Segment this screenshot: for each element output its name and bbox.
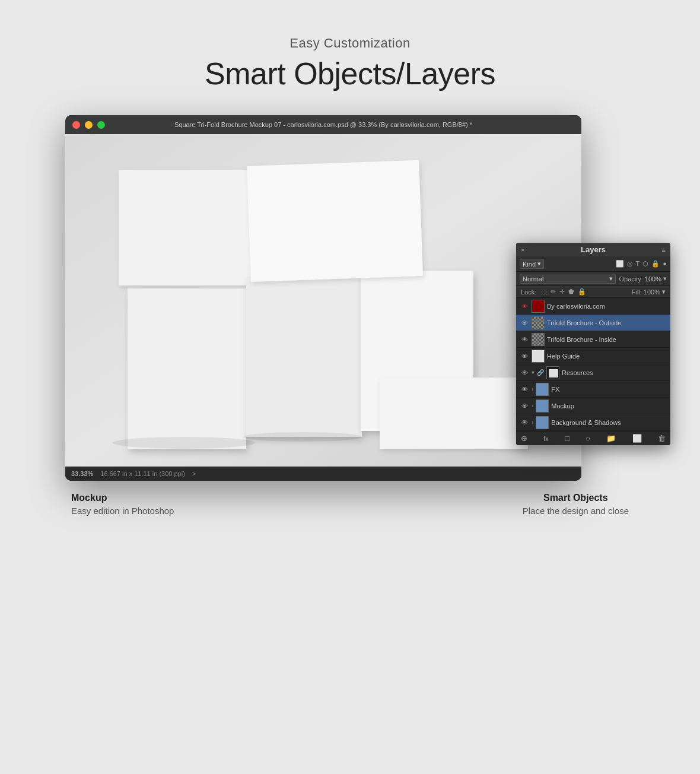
filter-kind-label: Kind: [523, 261, 536, 268]
caption-right-text: Place the design and close: [523, 506, 629, 516]
ps-statusbar: 33.33% 16.667 in x 11.11 in (300 ppi) >: [65, 467, 581, 481]
lock-artboard-icon[interactable]: ⬟: [568, 288, 574, 296]
svg-rect-3: [246, 277, 362, 437]
window-title: Square Tri-Fold Brochure Mockup 07 - car…: [174, 121, 472, 128]
status-arrow: >: [192, 470, 196, 477]
layer-item[interactable]: 👁 By carlosviloria.com: [516, 298, 670, 315]
layer-visibility-icon[interactable]: 👁: [520, 401, 529, 411]
fx-icon[interactable]: fx: [543, 435, 549, 442]
rect-icon[interactable]: □: [565, 434, 569, 443]
svg-rect-1: [119, 170, 255, 286]
layer-visibility-icon[interactable]: 👁: [520, 302, 529, 311]
captions-row: Mockup Easy edition in Photoshop Smart O…: [65, 493, 635, 516]
layer-visibility-icon[interactable]: 👁: [520, 351, 529, 361]
layer-name: FX: [551, 386, 667, 393]
caption-right-title: Smart Objects: [523, 493, 629, 503]
filter-adjust-icon[interactable]: ◎: [627, 260, 633, 268]
opacity-value: 100%: [645, 275, 661, 283]
blend-mode-select[interactable]: Normal ▾: [520, 274, 616, 284]
layer-item[interactable]: 👁 Trifold Brochure - Inside: [516, 331, 670, 348]
header-section: Easy Customization Smart Objects/Layers: [205, 36, 495, 91]
lock-label: Lock:: [521, 288, 536, 296]
caption-right: Smart Objects Place the design and close: [523, 493, 629, 516]
panel-close-icon[interactable]: ×: [521, 246, 524, 253]
layers-blend-row: Normal ▾ Opacity: 100% ▾: [516, 272, 670, 286]
lock-move-icon[interactable]: ✛: [559, 288, 565, 296]
layer-name: Trifold Brochure - Inside: [547, 336, 667, 343]
traffic-light-red[interactable]: [72, 121, 80, 129]
traffic-light-green[interactable]: [97, 121, 105, 129]
layer-thumbnail: [546, 366, 559, 379]
layer-expand-icon[interactable]: ▾: [532, 369, 534, 376]
circle-icon[interactable]: ○: [586, 434, 590, 443]
layer-visibility-icon[interactable]: 👁: [520, 335, 529, 344]
layer-thumbnail: [536, 399, 549, 413]
layer-item[interactable]: 👁 › Mockup: [516, 398, 670, 414]
lock-all-icon[interactable]: 🔒: [578, 288, 586, 296]
layer-visibility-icon[interactable]: 👁: [520, 385, 529, 394]
lock-draw-icon[interactable]: ✏: [551, 288, 556, 296]
document-dimensions: 16.667 in x 11.11 in (300 ppi): [100, 470, 185, 477]
layer-name: Mockup: [551, 402, 667, 410]
filter-icons: ⬜ ◎ T ⬡ 🔒 ●: [616, 260, 667, 268]
caption-left-text: Easy edition in Photoshop: [71, 506, 174, 516]
svg-rect-2: [128, 288, 246, 449]
new-layer-icon[interactable]: ⬜: [632, 434, 642, 443]
layer-expand-icon[interactable]: ›: [532, 402, 533, 409]
layer-name: Resources: [562, 369, 667, 376]
traffic-light-yellow[interactable]: [85, 121, 93, 129]
filter-pixel-icon[interactable]: ⬜: [616, 260, 624, 268]
panel-title: Layers: [581, 245, 606, 254]
opacity-label: Opacity:: [619, 275, 643, 283]
layer-item[interactable]: 👁 ▾ 🔗 Resources: [516, 364, 670, 381]
layer-name: Help Guide: [547, 353, 667, 360]
layer-item[interactable]: 👁 › Background & Shadows: [516, 414, 670, 431]
layer-thumbnail: [532, 300, 545, 313]
layer-item[interactable]: 👁 Trifold Brochure - Outside: [516, 315, 670, 331]
layer-visibility-icon[interactable]: 👁: [520, 318, 529, 328]
fill-row: Fill: 100% ▾: [632, 288, 666, 296]
trash-icon[interactable]: 🗑: [658, 434, 666, 443]
go-icon[interactable]: ⊕: [521, 434, 527, 443]
header-subtitle: Easy Customization: [205, 36, 495, 51]
filter-dropdown-arrow: ▾: [537, 260, 541, 268]
layer-expand-icon[interactable]: ›: [532, 386, 533, 392]
lock-pixel-icon[interactable]: ⬚: [541, 288, 547, 296]
fill-label: Fill:: [632, 288, 642, 296]
main-content: Square Tri-Fold Brochure Mockup 07 - car…: [65, 115, 635, 481]
svg-point-7: [113, 437, 255, 449]
layer-item[interactable]: 👁 › FX: [516, 381, 670, 398]
layers-panel-header: × Layers ≡: [516, 243, 670, 256]
layer-expand-icon[interactable]: ›: [532, 419, 533, 426]
layer-name: By carlosviloria.com: [547, 303, 667, 310]
filter-dot-icon[interactable]: ●: [663, 260, 667, 268]
filter-type-icon[interactable]: T: [636, 260, 640, 268]
layer-thumbnail: [536, 416, 549, 429]
filter-smart-icon[interactable]: 🔒: [651, 260, 660, 268]
panel-menu-icon[interactable]: ≡: [662, 246, 666, 253]
filter-shape-icon[interactable]: ⬡: [642, 260, 648, 268]
caption-left: Mockup Easy edition in Photoshop: [71, 493, 174, 516]
layer-visibility-icon[interactable]: 👁: [520, 368, 529, 378]
folder-icon[interactable]: 📁: [606, 434, 616, 443]
layer-visibility-icon[interactable]: 👁: [520, 418, 529, 427]
layers-panel-bottom: ⊕ fx □ ○ 📁 ⬜ 🗑: [516, 431, 670, 445]
layer-name: Trifold Brochure - Outside: [547, 319, 667, 326]
fill-value: 100%: [644, 288, 660, 296]
layer-link-icon: 🔗: [537, 369, 544, 376]
layer-thumbnail: [532, 316, 545, 329]
layer-thumbnail: [536, 383, 549, 396]
header-title: Smart Objects/Layers: [205, 56, 495, 91]
caption-left-title: Mockup: [71, 493, 174, 503]
svg-rect-9: [549, 369, 558, 378]
svg-point-8: [243, 432, 362, 442]
lock-icons: ⬚ ✏ ✛ ⬟ 🔒: [541, 288, 586, 296]
filter-kind-select[interactable]: Kind ▾: [520, 259, 544, 269]
ps-titlebar: Square Tri-Fold Brochure Mockup 07 - car…: [65, 115, 581, 134]
ps-window: Square Tri-Fold Brochure Mockup 07 - car…: [65, 115, 581, 481]
svg-rect-5: [247, 160, 423, 282]
layer-item[interactable]: 👁 Help Guide: [516, 348, 670, 364]
layers-lock-row: Lock: ⬚ ✏ ✛ ⬟ 🔒 Fill: 100% ▾: [516, 286, 670, 298]
blend-mode-label: Normal: [523, 275, 543, 283]
svg-rect-6: [380, 378, 528, 449]
